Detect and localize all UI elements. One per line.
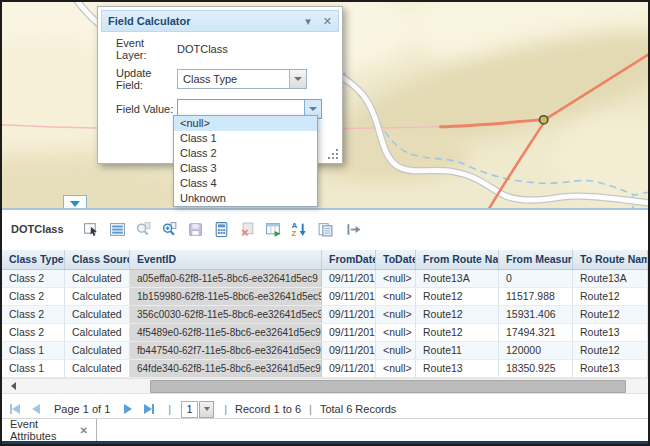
append-records-icon (265, 221, 282, 238)
scrollbar-thumb[interactable] (150, 380, 626, 393)
table-row[interactable]: Class 2 Calculated a05effa0-62f8-11e5-8b… (2, 270, 648, 288)
delete-selected-icon (239, 221, 256, 238)
table-row[interactable]: Class 2 Calculated 356c0030-62f8-11e5-8b… (2, 306, 648, 324)
column-header[interactable]: Class Type (2, 250, 65, 269)
column-header[interactable]: EventID (130, 250, 322, 269)
cell-event-id: 1b159980-62f8-11e5-8bc6-ee32641d5ec9 (130, 288, 322, 305)
cell-class-type: Class 2 (2, 288, 65, 305)
cell-to-route: Route13A (573, 270, 648, 287)
cell-to-date: <null> (376, 306, 416, 323)
zoom-to-selected-button[interactable] (158, 218, 181, 240)
option-class-2[interactable]: Class 2 (174, 146, 317, 161)
cell-to-date: <null> (376, 324, 416, 341)
select-by-rectangle-icon (83, 221, 100, 238)
svg-text:Z: Z (291, 229, 296, 238)
dialog-title: Field Calculator (102, 15, 299, 27)
dropdown-button[interactable] (289, 70, 306, 88)
scroll-left-button[interactable] (6, 380, 20, 392)
show-selected-records-button[interactable] (106, 218, 129, 240)
option-class-1[interactable]: Class 1 (174, 131, 317, 146)
cell-from-date: 09/11/2015 (322, 342, 376, 359)
column-header[interactable]: Class Source (65, 250, 130, 269)
close-icon[interactable]: ✕ (78, 425, 96, 436)
chevron-down-icon (204, 407, 210, 411)
cell-event-id: fb447540-62f7-11e5-8bc6-ee32641d5ec9 (130, 342, 322, 359)
attribute-table-panel: DOTClass (2, 208, 648, 444)
next-page-button[interactable] (124, 404, 132, 414)
separator: | (168, 403, 171, 415)
total-records-label: Total 6 Records (320, 403, 396, 415)
update-field-select[interactable]: Class Type (177, 69, 307, 89)
dialog-title-bar[interactable]: Field Calculator ▾ ✕ (101, 10, 339, 32)
cell-class-type: Class 1 (2, 360, 65, 377)
zoom-to-selected-icon (161, 221, 178, 238)
table-row[interactable]: Class 2 Calculated 4f5489e0-62f8-11e5-8b… (2, 324, 648, 342)
cell-from-measure: 17494.321 (499, 324, 573, 341)
minimize-icon[interactable]: ▾ (299, 15, 317, 28)
table-row[interactable]: Class 2 Calculated 1b159980-62f8-11e5-8b… (2, 288, 648, 306)
attribute-table: Class Type Class Source EventID FromDate… (2, 250, 648, 378)
option-unknown[interactable]: Unknown (174, 191, 317, 206)
close-icon[interactable]: ✕ (317, 15, 338, 28)
update-field-label: Update Field: (116, 67, 176, 91)
cell-class-source: Calculated (65, 306, 130, 323)
previous-page-icon (32, 404, 40, 414)
table-row[interactable]: Class 1 Calculated fb447540-62f7-11e5-8b… (2, 342, 648, 360)
column-header[interactable]: From Measure (499, 250, 573, 269)
cell-event-id: 4f5489e0-62f8-11e5-8bc6-ee32641d5ec9 (130, 324, 322, 341)
column-header[interactable]: From Route Name (416, 250, 499, 269)
column-header[interactable]: ToDate (376, 250, 416, 269)
last-page-button[interactable] (144, 404, 154, 414)
sort-records-button[interactable]: AZ (288, 218, 311, 240)
save-icon (187, 221, 204, 238)
save-disabled-button[interactable] (184, 218, 207, 240)
table-header-row: Class Type Class Source EventID FromDate… (2, 250, 648, 270)
cell-class-source: Calculated (65, 342, 130, 359)
cell-class-source: Calculated (65, 288, 130, 305)
cell-to-route: Route12 (573, 342, 648, 359)
sort-az-icon: AZ (291, 221, 308, 238)
cell-to-date: <null> (376, 360, 416, 377)
cell-to-route: Route13 (573, 360, 648, 377)
cell-from-measure: 18350.925 (499, 360, 573, 377)
show-selected-records-icon (109, 221, 126, 238)
page-number-select[interactable]: 1 (181, 401, 214, 418)
cell-event-id: 356c0030-62f8-11e5-8bc6-ee32641d5ec9 (130, 306, 322, 323)
cell-from-measure: 0 (499, 270, 573, 287)
field-value-label: Field Value: (116, 103, 176, 115)
option-class-3[interactable]: Class 3 (174, 161, 317, 176)
cell-to-date: <null> (376, 270, 416, 287)
pagination-bar: Page 1 of 1 | 1 | Record 1 to 6 | Total … (2, 398, 648, 420)
horizontal-scrollbar[interactable] (2, 378, 648, 394)
page-label: Page 1 of 1 (54, 403, 110, 415)
dock-table-button[interactable] (342, 218, 365, 240)
cell-from-route: Route13 (416, 360, 499, 377)
cell-from-date: 09/11/2015 (322, 288, 376, 305)
column-header[interactable]: FromDate (322, 250, 376, 269)
bottom-tab-strip: Event Attributes ✕ (2, 418, 648, 444)
option-null[interactable]: <null> (174, 116, 317, 131)
cell-class-type: Class 2 (2, 324, 65, 341)
event-layer-label: Event Layer: (116, 37, 176, 61)
previous-page-button[interactable] (32, 404, 40, 414)
column-header[interactable]: To Route Name (573, 250, 648, 269)
cell-class-source: Calculated (65, 270, 130, 287)
field-calculator-icon (213, 221, 230, 238)
field-calculator-button[interactable] (210, 218, 233, 240)
zoom-to-selected-disabled-button[interactable] (132, 218, 155, 240)
first-page-button[interactable] (10, 404, 20, 414)
append-records-button[interactable] (262, 218, 285, 240)
tab-event-attributes[interactable]: Event Attributes ✕ (2, 419, 97, 441)
cell-from-date: 09/11/2015 (322, 270, 376, 287)
delete-selected-disabled-button[interactable] (236, 218, 259, 240)
cell-from-route: Route12 (416, 288, 499, 305)
update-field-value: Class Type (178, 73, 289, 85)
cell-from-measure: 15931.406 (499, 306, 573, 323)
select-by-rectangle-button[interactable] (80, 218, 103, 240)
option-class-4[interactable]: Class 4 (174, 176, 317, 191)
dropdown-button[interactable] (199, 401, 214, 418)
edit-attributes-button[interactable] (314, 218, 337, 240)
resize-grip[interactable] (327, 149, 338, 160)
table-row[interactable]: Class 1 Calculated 64fde340-62f8-11e5-8b… (2, 360, 648, 378)
cell-class-source: Calculated (65, 360, 130, 377)
